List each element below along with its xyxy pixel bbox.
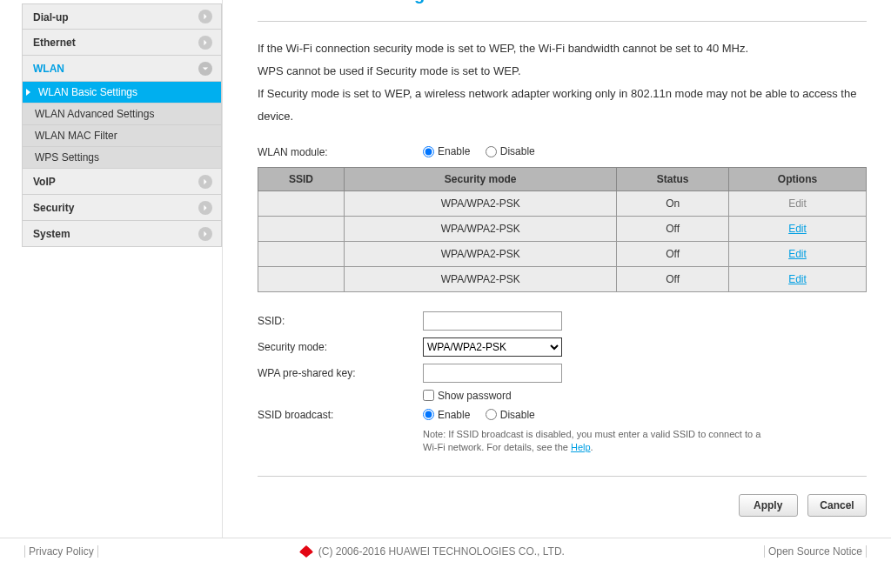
sidebar: Dial-up Ethernet WLAN WLAN Basic Setting… <box>0 0 222 538</box>
footer: Privacy Policy (C) 2006-2016 HUAWEI TECH… <box>0 538 891 565</box>
wlan-enable-radio[interactable]: Enable <box>423 145 470 157</box>
security-label: Security mode: <box>258 341 423 353</box>
sidebar-label: WLAN <box>33 63 64 75</box>
sidebar-item-ethernet[interactable]: Ethernet <box>22 30 222 56</box>
broadcast-label: SSID broadcast: <box>258 409 423 421</box>
sidebar-item-dialup[interactable]: Dial-up <box>22 3 222 30</box>
sidebar-label: System <box>33 228 70 240</box>
cell-mode: WPA/WPA2-PSK <box>344 216 616 241</box>
wlan-table: SSID Security mode Status Options WPA/WP… <box>258 167 867 292</box>
sidebar-sub-wps[interactable]: WPS Settings <box>22 147 222 169</box>
table-row: WPA/WPA2-PSK Off Edit <box>258 216 867 241</box>
table-row: WPA/WPA2-PSK Off Edit <box>258 266 867 291</box>
button-row: Apply Cancel <box>258 476 867 538</box>
th-options: Options <box>728 167 866 190</box>
help-link[interactable]: Help <box>571 442 591 452</box>
sidebar-sub-wlan-advanced[interactable]: WLAN Advanced Settings <box>22 104 222 125</box>
desc-line: WPS cannot be used if Security mode is s… <box>258 60 867 83</box>
table-row: WPA/WPA2-PSK Off Edit <box>258 241 867 266</box>
cell-mode: WPA/WPA2-PSK <box>344 241 616 266</box>
chevron-right-icon <box>198 36 212 50</box>
ssid-input[interactable] <box>423 311 562 331</box>
chevron-down-icon <box>198 62 212 76</box>
key-input[interactable] <box>423 364 562 383</box>
chevron-right-icon <box>198 201 212 215</box>
edit-link[interactable]: Edit <box>788 273 807 285</box>
key-label: WPA pre-shared key: <box>258 367 423 379</box>
main-content: WLAN Basic Settings If the Wi-Fi connect… <box>222 0 891 538</box>
cell-mode: WPA/WPA2-PSK <box>344 190 616 216</box>
sidebar-sub-wlan-basic[interactable]: WLAN Basic Settings <box>22 82 222 104</box>
ssid-label: SSID: <box>258 315 423 327</box>
sidebar-sub-label: WLAN Advanced Settings <box>35 108 154 120</box>
th-ssid: SSID <box>258 167 345 190</box>
divider <box>258 21 867 22</box>
chevron-right-icon <box>198 10 212 23</box>
sidebar-item-security[interactable]: Security <box>22 195 222 221</box>
wlan-module-row: WLAN module: Enable Disable <box>258 145 867 160</box>
desc-line: If the Wi-Fi connection security mode is… <box>258 37 867 60</box>
chevron-right-icon <box>198 175 212 189</box>
edit-link[interactable]: Edit <box>788 223 807 235</box>
broadcast-enable-radio[interactable]: Enable <box>423 409 470 421</box>
th-security: Security mode <box>344 167 616 190</box>
sidebar-sub-label: WLAN Basic Settings <box>38 86 137 98</box>
sidebar-sub-wlan-mac-filter[interactable]: WLAN MAC Filter <box>22 125 222 147</box>
security-select[interactable]: WPA/WPA2-PSK <box>423 337 562 357</box>
wlan-module-label: WLAN module: <box>258 146 423 158</box>
sidebar-label: VoIP <box>33 176 56 188</box>
cell-status: Off <box>617 241 729 266</box>
edit-link[interactable]: Edit <box>788 248 807 260</box>
huawei-logo-icon <box>298 545 315 558</box>
table-row: WPA/WPA2-PSK On Edit <box>258 190 867 216</box>
broadcast-disable-radio[interactable]: Disable <box>486 409 535 421</box>
cell-ssid <box>258 266 345 291</box>
cell-status: On <box>617 190 729 216</box>
wlan-disable-radio[interactable]: Disable <box>486 145 535 157</box>
sidebar-item-wlan[interactable]: WLAN <box>22 56 222 82</box>
sidebar-item-system[interactable]: System <box>22 221 222 247</box>
desc-line: If Security mode is set to WEP, a wirele… <box>258 83 867 128</box>
cell-status: Off <box>617 266 729 291</box>
sidebar-sub-label: WLAN MAC Filter <box>35 130 117 142</box>
show-password-checkbox[interactable]: Show password <box>423 390 512 402</box>
sidebar-item-voip[interactable]: VoIP <box>22 169 222 195</box>
sidebar-label: Ethernet <box>33 37 76 49</box>
cell-mode: WPA/WPA2-PSK <box>344 266 616 291</box>
opensource-link[interactable]: Open Source Notice <box>764 545 867 558</box>
cell-ssid <box>258 241 345 266</box>
cell-ssid <box>258 216 345 241</box>
broadcast-note: Note: If SSID broadcast is disabled, you… <box>423 428 762 455</box>
page-title: WLAN Basic Settings <box>258 0 867 7</box>
th-status: Status <box>617 167 729 190</box>
edit-link[interactable]: Edit <box>788 197 807 210</box>
cancel-button[interactable]: Cancel <box>807 494 867 517</box>
apply-button[interactable]: Apply <box>739 494 798 517</box>
sidebar-sub-label: WPS Settings <box>35 151 99 164</box>
cell-status: Off <box>617 216 729 241</box>
description: If the Wi-Fi connection security mode is… <box>258 37 867 128</box>
chevron-right-icon <box>198 227 212 241</box>
cell-ssid <box>258 190 345 216</box>
copyright-text: (C) 2006-2016 HUAWEI TECHNOLOGIES CO., L… <box>318 545 565 558</box>
sidebar-label: Security <box>33 202 74 214</box>
privacy-link[interactable]: Privacy Policy <box>24 545 98 558</box>
sidebar-label: Dial-up <box>33 11 69 23</box>
